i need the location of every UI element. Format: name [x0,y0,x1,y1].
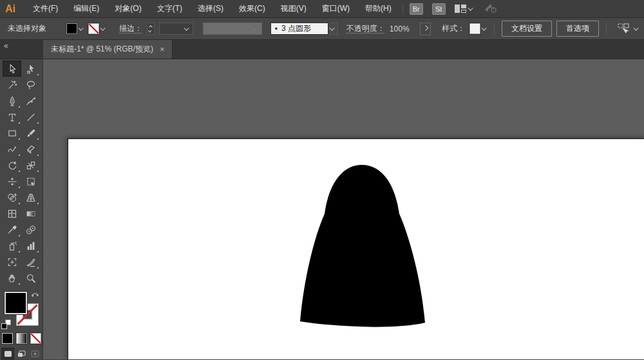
control-bar: 未选择对象 描边： • 3 点圆形 不透明度： 100% 样式： 文档设 [0,18,644,40]
free-transform-tool[interactable] [21,173,40,189]
close-icon[interactable]: × [160,45,165,53]
line-segment-tool[interactable] [21,109,40,125]
magic-wand-tool[interactable] [3,77,21,93]
selection-tool[interactable] [3,61,21,77]
menu-item-view[interactable]: 视图(V) [274,1,314,17]
flyout-indicator [18,122,20,124]
direct-selection-tool[interactable] [21,61,40,77]
shape-builder-tool[interactable] [3,189,21,205]
app-logo: Ai [5,3,15,15]
paintbrush-tool[interactable] [21,125,40,141]
none-button[interactable] [30,333,41,344]
draw-behind-mode[interactable] [15,348,28,359]
control-separator [494,23,495,35]
fill-stroke-widget [1,290,41,330]
rectangle-tool[interactable] [3,125,21,141]
zoom-tool[interactable] [21,270,40,286]
slice-tool[interactable] [21,254,40,270]
flyout-indicator [18,138,20,140]
width-tool[interactable] [3,173,21,189]
draw-normal-mode[interactable] [1,348,14,359]
color-button[interactable] [2,333,13,344]
menu-item-help[interactable]: 帮助(H) [358,1,399,17]
eyedropper-tool[interactable] [3,222,21,238]
stroke-color-swatch[interactable] [88,23,99,34]
stock-button[interactable]: St [432,3,446,15]
control-separator [606,23,607,35]
stroke-weight-stepper[interactable] [147,23,155,35]
artboard-tool[interactable] [3,254,21,270]
type-tool[interactable] [3,109,21,125]
eraser-tool[interactable] [21,141,40,157]
flyout-indicator [37,122,39,124]
fill-color-indicator[interactable] [5,292,27,314]
style-swatch[interactable] [469,23,480,34]
menu-item-window[interactable]: 窗口(W) [315,1,357,17]
flyout-indicator [18,154,20,156]
stroke-weight-combo[interactable] [159,23,194,35]
document-tab[interactable]: 未标题-1* @ 51% (RGB/预览) × [43,40,173,59]
menu-item-edit[interactable]: 编辑(E) [66,1,106,17]
hand-tool[interactable] [3,270,21,286]
pen-tool[interactable] [3,93,21,109]
collapse-tools-button[interactable]: « [4,41,8,50]
brush-definition-dropdown[interactable] [328,23,338,35]
draw-inside-mode [28,348,41,359]
swap-fill-stroke-icon[interactable] [31,290,40,300]
touch-workspace-icon[interactable] [484,2,497,15]
rotate-tool[interactable] [3,157,21,173]
chevron-down-icon[interactable] [468,5,473,10]
black-bell-shape[interactable] [299,165,428,331]
fill-color-swatch[interactable] [66,23,77,34]
scale-tool[interactable] [21,157,40,173]
default-fill-stroke-icon[interactable] [1,319,11,329]
menu-item-object[interactable]: 对象(O) [108,1,148,17]
opacity-value[interactable]: 100% [390,24,415,33]
gradient-tool[interactable] [21,205,40,222]
menu-item-file[interactable]: 文件(F) [26,1,65,17]
menu-items: 文件(F)编辑(E)对象(O)文字(T)选择(S)效果(C)视图(V)窗口(W)… [26,1,399,17]
menu-separator [402,4,403,14]
bridge-button[interactable]: Br [410,3,423,15]
flyout-indicator [37,138,39,140]
artboard[interactable] [68,138,644,359]
mesh-tool[interactable] [3,205,21,222]
workspace-switcher-icon[interactable] [455,5,466,13]
stroke-label[interactable]: 描边： [119,23,142,34]
flyout-indicator [37,251,39,252]
perspective-grid-tool[interactable] [21,189,40,205]
blend-tool[interactable] [21,222,40,238]
selection-status: 未选择对象 [8,23,46,34]
chevron-down-icon[interactable] [78,25,83,30]
menu-item-select[interactable]: 选择(S) [191,1,231,17]
canvas-area[interactable] [43,59,644,359]
flyout-indicator [18,234,20,236]
chevron-down-icon[interactable] [482,25,487,30]
symbol-sprayer-tool[interactable] [3,238,21,254]
chevron-down-icon[interactable] [100,25,105,30]
flyout-indicator [18,202,20,204]
column-graph-tool[interactable] [21,238,40,254]
chevron-right-icon[interactable] [420,23,431,35]
flyout-indicator [18,283,20,285]
menu-item-effect[interactable]: 效果(C) [232,1,272,17]
arrange-cursor-icon[interactable] [618,23,639,35]
brush-preview-dot: • [275,24,278,33]
menu-item-type[interactable]: 文字(T) [150,1,189,17]
style-label: 样式： [442,23,465,34]
menu-bar: Ai 文件(F)编辑(E)对象(O)文字(T)选择(S)效果(C)视图(V)窗口… [0,0,644,18]
flyout-indicator [37,154,39,156]
gradient-button[interactable] [16,333,27,344]
document-setup-button[interactable]: 文档设置 [502,21,552,37]
shaper-tool[interactable] [3,141,21,157]
curvature-tool[interactable] [21,93,40,109]
flyout-indicator [18,186,20,188]
flyout-indicator [18,251,20,252]
preferences-button[interactable]: 首选项 [556,21,599,37]
tools-panel [0,59,43,359]
chevron-down-icon[interactable] [633,25,638,30]
opacity-label[interactable]: 不透明度： [346,23,385,34]
brush-definition-field[interactable]: • 3 点圆形 [270,23,328,35]
lasso-tool[interactable] [21,77,40,93]
flyout-indicator [18,170,20,172]
